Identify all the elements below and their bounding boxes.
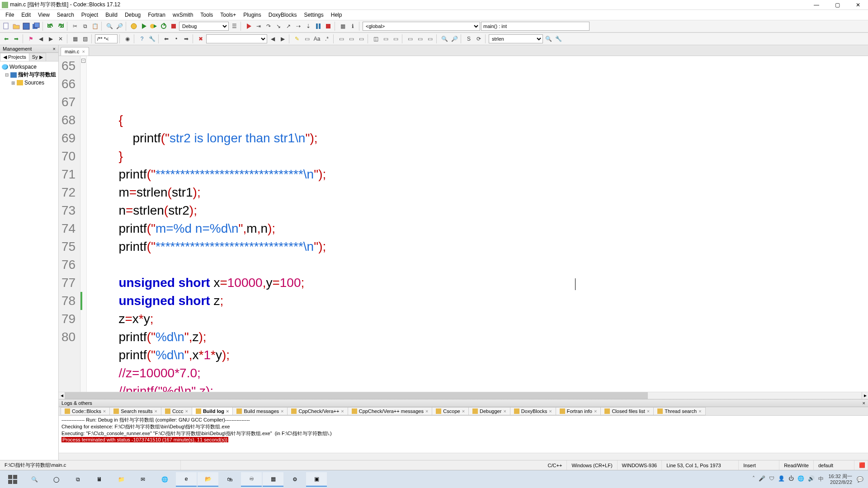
log-tab-close-icon[interactable]: × bbox=[647, 408, 650, 414]
tab-projects[interactable]: ◀ Projects bbox=[0, 53, 29, 61]
notifications-icon[interactable]: 💬 bbox=[857, 476, 863, 483]
search-button[interactable]: 🔍 bbox=[24, 472, 45, 487]
log-tab-cccc[interactable]: Cccc× bbox=[161, 407, 192, 415]
paste-icon[interactable]: 📋 bbox=[90, 22, 99, 31]
maximize-button[interactable]: ▢ bbox=[831, 1, 844, 9]
bookmark-next-icon[interactable]: ▶ bbox=[46, 34, 55, 43]
tab-symbols[interactable]: Sy ▶ bbox=[29, 53, 46, 61]
rebuild-icon[interactable] bbox=[159, 22, 168, 31]
step-instr-icon[interactable]: ⇣ bbox=[304, 22, 313, 31]
inc-search-input[interactable] bbox=[206, 34, 267, 43]
log-tab-close-icon[interactable]: × bbox=[425, 408, 428, 414]
block-icon-1[interactable]: ▦ bbox=[71, 34, 80, 43]
editor-tab-main[interactable]: main.c× bbox=[61, 47, 89, 56]
refresh-icon[interactable]: ⟳ bbox=[474, 34, 483, 43]
build-icon[interactable] bbox=[129, 22, 138, 31]
close-window-button[interactable]: ✕ bbox=[852, 1, 864, 9]
tray-volume-icon[interactable]: 🔊 bbox=[808, 475, 815, 483]
log-tab-fortran-info[interactable]: Fortran info× bbox=[556, 407, 601, 415]
step-out-icon[interactable]: ↗ bbox=[284, 22, 293, 31]
log-tab-close-icon[interactable]: × bbox=[155, 408, 157, 414]
panel-icon-2[interactable]: ▭ bbox=[347, 34, 356, 43]
log-tab-thread-search[interactable]: Thread search× bbox=[653, 407, 705, 415]
targets-icon[interactable]: ☰ bbox=[230, 22, 239, 31]
tray-mic-icon[interactable]: 🎤 bbox=[759, 475, 765, 483]
menu-help[interactable]: Help bbox=[327, 11, 346, 19]
tray-up-icon[interactable]: ˄ bbox=[752, 475, 755, 483]
clear-icon[interactable]: ✖ bbox=[196, 34, 205, 43]
logs-hscroll[interactable] bbox=[59, 453, 868, 460]
log-tab-close-icon[interactable]: × bbox=[103, 408, 106, 414]
info-icon[interactable]: ℹ bbox=[348, 22, 357, 31]
log-tab-debugger[interactable]: Debugger× bbox=[468, 407, 510, 415]
step-over-icon[interactable]: ↷ bbox=[264, 22, 273, 31]
build-target-select[interactable]: Debug bbox=[179, 22, 229, 31]
display-icon-1[interactable]: ▭ bbox=[406, 34, 415, 43]
pause-debug-icon[interactable] bbox=[314, 22, 323, 31]
log-tab-code-blocks[interactable]: Code::Blocks× bbox=[61, 407, 110, 415]
tab-close-icon[interactable]: × bbox=[82, 49, 85, 54]
log-tab-search-results[interactable]: Search results× bbox=[109, 407, 161, 415]
redo-icon[interactable] bbox=[56, 22, 65, 31]
help-icon[interactable]: ? bbox=[137, 34, 146, 43]
files-icon[interactable]: 📂 bbox=[198, 472, 218, 487]
new-file-icon[interactable] bbox=[2, 22, 11, 31]
panel-icon-1[interactable]: ▭ bbox=[337, 34, 346, 43]
jump-mark-icon[interactable]: • bbox=[172, 34, 181, 43]
tray-shield-icon[interactable]: 🛡 bbox=[769, 475, 774, 483]
abort-build-icon[interactable] bbox=[169, 22, 178, 31]
code-editor[interactable]: { printf("str2 is longer than str1\n"); … bbox=[87, 56, 868, 392]
log-tab-build-log[interactable]: Build log× bbox=[192, 407, 233, 415]
layout-icon-2[interactable]: ▭ bbox=[381, 34, 390, 43]
codeblocks-icon[interactable]: ▦ bbox=[263, 472, 283, 487]
menu-tools+[interactable]: Tools+ bbox=[217, 11, 240, 19]
log-tab-close-icon[interactable]: × bbox=[503, 408, 506, 414]
run-icon[interactable] bbox=[139, 22, 148, 31]
taskview-icon[interactable]: ⧉ bbox=[67, 472, 88, 487]
stop-debug-icon[interactable] bbox=[324, 22, 333, 31]
cortana-icon[interactable]: ◯ bbox=[46, 472, 66, 487]
tree-project[interactable]: ⊟指针与字符数组 bbox=[1, 70, 57, 79]
tray-people-icon[interactable]: 👤 bbox=[778, 475, 785, 483]
block-icon-2[interactable]: ▧ bbox=[80, 34, 90, 43]
select-mode-icon[interactable]: ▭ bbox=[302, 34, 311, 43]
menu-debug[interactable]: Debug bbox=[121, 11, 144, 19]
app-icon-1[interactable]: ⚙ bbox=[284, 472, 305, 487]
tray-icons[interactable]: ˄ 🎤 🛡 👤 ⏻ 🌐 🔊 中 bbox=[752, 475, 824, 483]
log-tab-close-icon[interactable]: × bbox=[698, 408, 701, 414]
case-icon[interactable]: Aa bbox=[312, 34, 321, 43]
fold-margin[interactable]: − bbox=[80, 56, 87, 392]
find-combo[interactable]: strlen bbox=[489, 34, 543, 43]
next-instr-icon[interactable]: ⇢ bbox=[294, 22, 303, 31]
save-icon[interactable] bbox=[22, 22, 31, 31]
tray-ime-icon[interactable]: 中 bbox=[818, 475, 824, 483]
search-next-icon[interactable]: ▶ bbox=[278, 34, 287, 43]
spellcheck-icon[interactable]: S bbox=[464, 34, 473, 43]
log-tab-close-icon[interactable]: × bbox=[462, 408, 465, 414]
undo-icon[interactable] bbox=[46, 22, 55, 31]
log-tab-close-icon[interactable]: × bbox=[226, 408, 229, 414]
tree-workspace[interactable]: Workspace bbox=[1, 63, 57, 70]
doxy-gen-icon[interactable]: ◉ bbox=[123, 34, 132, 43]
menu-tools[interactable]: Tools bbox=[197, 11, 217, 19]
step-into-icon[interactable]: ↘ bbox=[274, 22, 283, 31]
bookmark-prev-icon[interactable]: ◀ bbox=[36, 34, 45, 43]
display-icon-2[interactable]: ▭ bbox=[415, 34, 425, 43]
log-tab-build-messages[interactable]: Build messages× bbox=[232, 407, 288, 415]
app-icon-2[interactable]: ▣ bbox=[306, 472, 327, 487]
menu-wxsmith[interactable]: wxSmith bbox=[169, 11, 197, 19]
menu-doxyblocks[interactable]: DoxyBlocks bbox=[265, 11, 301, 19]
menu-view[interactable]: View bbox=[34, 11, 53, 19]
jump-fwd-icon[interactable]: ➡ bbox=[182, 34, 191, 43]
menu-settings[interactable]: Settings bbox=[300, 11, 327, 19]
menu-file[interactable]: File bbox=[2, 11, 18, 19]
highlight-icon[interactable]: ✎ bbox=[292, 34, 302, 43]
zoom-out-icon[interactable]: 🔎 bbox=[450, 34, 459, 43]
find-options-icon[interactable]: 🔧 bbox=[554, 34, 563, 43]
menu-build[interactable]: Build bbox=[102, 11, 121, 19]
ie-icon[interactable]: e bbox=[176, 472, 197, 487]
log-tab-close-icon[interactable]: × bbox=[594, 408, 597, 414]
find-icon[interactable]: 🔍 bbox=[105, 22, 114, 31]
build-log-output[interactable]: -------------- Run: Debug in 指针与字符数组 (co… bbox=[59, 416, 868, 453]
tray-power-icon[interactable]: ⏻ bbox=[788, 475, 794, 483]
